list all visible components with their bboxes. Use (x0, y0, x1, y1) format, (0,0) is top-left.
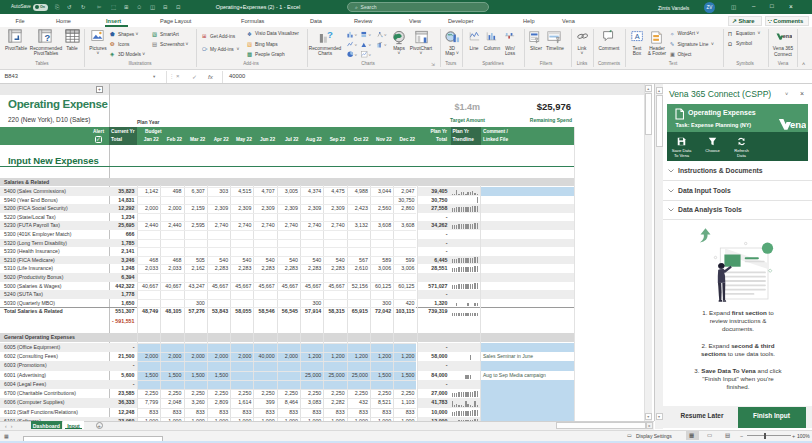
svg-text:ena: ena (783, 34, 792, 40)
svg-text:A: A (634, 31, 639, 40)
svg-text:ena: ena (790, 118, 806, 129)
svg-text:?: ? (45, 33, 51, 43)
svg-text:?: ? (326, 30, 332, 40)
